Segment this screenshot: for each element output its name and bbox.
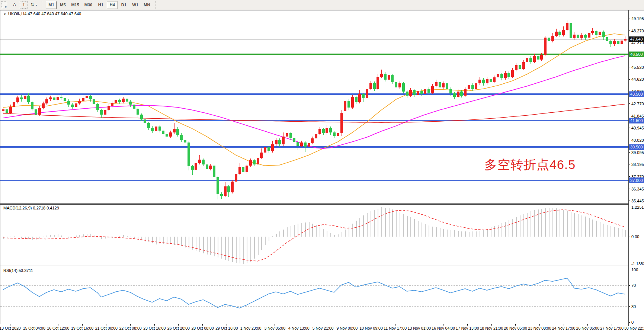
cursor-tool-button[interactable]: A: [10, 1, 19, 9]
candle: [202, 160, 205, 164]
text-tool-button[interactable]: T: [20, 1, 28, 9]
candle: [621, 41, 623, 44]
candle: [242, 167, 244, 172]
macd-indicator-label: MACD(12,26,9) 0.2718 0.4129: [3, 206, 59, 210]
candle: [78, 101, 81, 103]
price-tick-label: 35.445: [631, 199, 644, 203]
candle: [595, 31, 597, 35]
candle: [129, 102, 132, 105]
candle: [111, 103, 113, 106]
candle: [198, 160, 201, 163]
candle: [453, 93, 456, 97]
candle: [278, 140, 281, 144]
candle: [75, 103, 77, 107]
candle: [176, 129, 179, 135]
candle: [100, 110, 103, 115]
candle: [42, 103, 45, 108]
toolbar-grip-icon[interactable]: F: [1, 1, 7, 8]
candle: [540, 55, 543, 60]
candle: [504, 73, 507, 78]
candle: [293, 138, 295, 142]
arrange-tool-button[interactable]: ⇅ ▾: [29, 1, 38, 9]
tab-timeframe-mn[interactable]: MN: [141, 1, 152, 9]
candle: [275, 140, 278, 144]
candle: [53, 97, 55, 100]
candle: [144, 119, 146, 124]
candle: [366, 89, 368, 98]
tab-timeframe-m15[interactable]: M15: [69, 1, 81, 9]
tab-timeframe-h1[interactable]: H1: [95, 1, 106, 9]
candle: [613, 41, 616, 44]
candle: [38, 108, 41, 115]
candle: [57, 97, 59, 100]
candle: [599, 32, 601, 35]
price-tick-label: 49.195: [631, 16, 644, 21]
candle: [468, 85, 470, 89]
price-badge-label: 37.000: [630, 178, 643, 183]
candle: [217, 177, 219, 194]
candle: [35, 109, 37, 115]
candle: [522, 62, 525, 69]
rsi-tick-label: 70: [631, 283, 636, 288]
candle: [209, 166, 212, 169]
mt4-window: F A T ⇅ ▾ M1M5M15M30H1H4D1W1MN ▼UKOil-,H…: [0, 0, 644, 333]
candle: [384, 74, 387, 80]
time-tick-label: 9 Nov 00:00: [336, 326, 358, 330]
candle: [264, 147, 266, 152]
candle: [584, 35, 587, 38]
time-tick-label: 18 Nov 21:00: [480, 326, 503, 330]
candle: [457, 92, 459, 97]
ma-line-mid: [3, 56, 625, 149]
candle: [16, 97, 19, 102]
candle: [9, 107, 12, 113]
candle: [588, 33, 590, 38]
chart-title-bar[interactable]: ▼UKOil-,H4 47.640 47.640 47.640 47.640: [3, 12, 81, 16]
time-tick-label: 19 Oct 16:00: [71, 326, 93, 330]
collapse-triangle-icon: ▼: [3, 13, 6, 16]
tab-timeframe-h4[interactable]: H4: [107, 1, 118, 9]
candle: [507, 73, 510, 77]
candle: [20, 97, 23, 99]
candle: [446, 83, 448, 89]
tab-timeframe-m5[interactable]: M5: [57, 1, 68, 9]
time-tick-label: 1 Nov 23:00: [240, 326, 262, 330]
candle: [297, 142, 299, 146]
rsi-tick-label: 100: [631, 268, 638, 272]
macd-tick-label: 1.2251: [631, 205, 644, 209]
candle: [118, 100, 121, 102]
time-tick-label: 16 Oct 12:00: [47, 326, 69, 330]
macd-axis: 1.22510.00-1.1383: [629, 205, 644, 266]
candle: [206, 164, 208, 169]
candle: [6, 109, 8, 113]
candle: [544, 38, 547, 55]
candle: [104, 110, 106, 115]
ma-line-fast: [3, 34, 625, 166]
candle: [439, 82, 441, 87]
candle: [333, 132, 336, 136]
macd-panel: [3, 207, 625, 264]
price-badge-label: 41.500: [630, 118, 643, 123]
candle: [519, 65, 521, 69]
candle: [166, 134, 168, 137]
candle: [537, 56, 539, 60]
candle: [213, 166, 215, 177]
tab-timeframe-m30[interactable]: M30: [82, 1, 94, 9]
price-tick-label: 36.345: [631, 187, 644, 191]
candle: [315, 134, 317, 138]
price-badge-label: 47.640: [630, 37, 643, 41]
tab-timeframe-m1[interactable]: M1: [46, 1, 57, 9]
time-tick-label: 3 Nov 05:00: [264, 326, 285, 330]
candle: [271, 144, 274, 151]
tab-timeframe-d1[interactable]: D1: [118, 1, 129, 9]
time-tick-label: 13 Oct 2020: [0, 326, 21, 330]
timeframe-group: M1M5M15M30H1H4D1W1MN: [46, 1, 152, 9]
rsi-tick-label: 30: [631, 304, 636, 309]
candle: [300, 143, 303, 146]
candle: [27, 96, 30, 102]
tab-timeframe-w1[interactable]: W1: [130, 1, 141, 9]
candle: [464, 89, 467, 95]
candle: [267, 147, 270, 151]
candle: [486, 79, 488, 83]
candle: [347, 101, 350, 108]
price-tick-label: 38.195: [631, 162, 644, 167]
